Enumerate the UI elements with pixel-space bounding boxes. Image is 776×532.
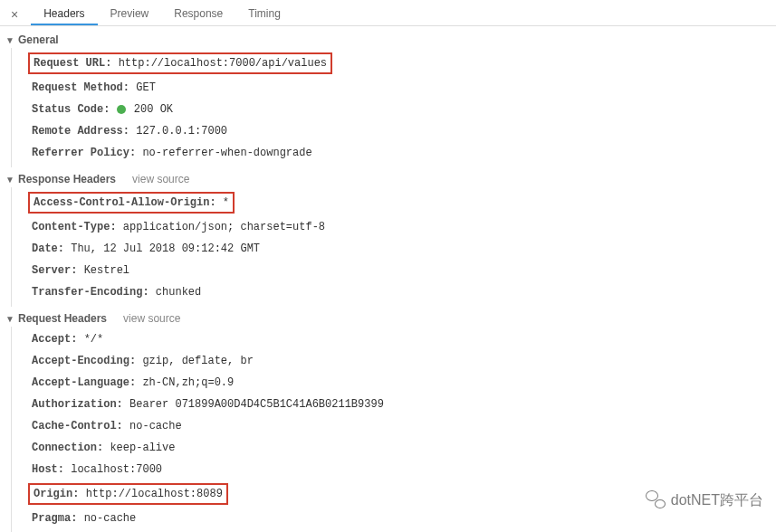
- section-title-general: General: [18, 33, 59, 46]
- watermark-text: dotNET跨平台: [671, 491, 763, 510]
- row-transfer-encoding: Transfer-Encoding: chunked: [30, 281, 776, 303]
- close-icon[interactable]: ×: [5, 5, 24, 24]
- row-connection: Connection: keep-alive: [30, 437, 776, 459]
- chevron-down-icon: ▼: [5, 35, 14, 45]
- cache-control-value: no-cache: [129, 420, 182, 432]
- row-server: Server: Kestrel: [30, 260, 776, 281]
- accept-encoding-label: Accept-Encoding:: [32, 355, 136, 367]
- row-request-url: Request URL: http://localhost:7000/api/v…: [30, 50, 776, 77]
- section-header-request[interactable]: ▼ Request Headers view source: [5, 310, 776, 327]
- section-general: ▼ General Request URL: http://localhost:…: [5, 32, 776, 167]
- acao-value: *: [223, 196, 229, 209]
- request-url-value: http://localhost:7000/api/values: [119, 57, 327, 70]
- referrer-policy-label: Referrer Policy:: [32, 147, 136, 159]
- row-referrer-policy: Referrer Policy: no-referrer-when-downgr…: [30, 142, 776, 164]
- row-acao: Access-Control-Allow-Origin: *: [30, 189, 776, 216]
- row-remote-address: Remote Address: 127.0.0.1:7000: [30, 120, 776, 142]
- accept-language-label: Accept-Language:: [32, 376, 136, 389]
- referrer-policy-value: no-referrer-when-downgrade: [142, 147, 311, 159]
- highlight-request-url: Request URL: http://localhost:7000/api/v…: [28, 52, 332, 74]
- row-accept: Accept: */*: [30, 328, 776, 350]
- section-title-response: Response Headers: [18, 173, 116, 185]
- row-content-type: Content-Type: application/json; charset=…: [30, 216, 776, 238]
- status-dot-icon: [117, 105, 126, 114]
- row-accept-encoding: Accept-Encoding: gzip, deflate, br: [30, 350, 776, 372]
- view-source-link[interactable]: view source: [123, 312, 180, 325]
- content-panel: ▼ General Request URL: http://localhost:…: [0, 26, 776, 532]
- request-method-label: Request Method:: [32, 81, 129, 94]
- origin-label: Origin:: [34, 488, 79, 500]
- origin-value: http://localhost:8089: [86, 488, 223, 500]
- status-code-value: 200 OK: [134, 103, 173, 116]
- cache-control-label: Cache-Control:: [32, 420, 123, 432]
- accept-encoding-value: gzip, deflate, br: [142, 355, 253, 367]
- row-accept-language: Accept-Language: zh-CN,zh;q=0.9: [30, 372, 776, 394]
- accept-value: */*: [84, 333, 104, 346]
- row-date: Date: Thu, 12 Jul 2018 09:12:42 GMT: [30, 238, 776, 260]
- tab-response[interactable]: Response: [161, 4, 235, 25]
- wechat-icon: [646, 490, 666, 510]
- highlight-acao: Access-Control-Allow-Origin: *: [28, 192, 235, 214]
- section-title-request: Request Headers: [18, 312, 107, 325]
- content-type-label: Content-Type:: [32, 221, 117, 233]
- highlight-origin: Origin: http://localhost:8089: [28, 483, 228, 505]
- chevron-down-icon: ▼: [5, 175, 14, 185]
- row-pragma: Pragma: no-cache: [30, 508, 776, 529]
- pragma-value: no-cache: [84, 512, 137, 525]
- row-request-method: Request Method: GET: [30, 77, 776, 99]
- connection-value: keep-alive: [110, 442, 175, 454]
- connection-label: Connection:: [32, 442, 103, 454]
- section-header-response[interactable]: ▼ Response Headers view source: [5, 171, 776, 187]
- request-url-label: Request URL:: [34, 57, 111, 70]
- date-value: Thu, 12 Jul 2018 09:12:42 GMT: [71, 242, 260, 255]
- tab-timing[interactable]: Timing: [235, 4, 293, 25]
- acao-label: Access-Control-Allow-Origin:: [34, 196, 216, 209]
- date-label: Date:: [32, 242, 64, 255]
- host-value: localhost:7000: [71, 463, 162, 476]
- row-authorization: Authorization: Bearer 071899A00D4D4C5B1C…: [30, 394, 776, 415]
- status-code-label: Status Code:: [32, 103, 110, 116]
- tab-preview[interactable]: Preview: [98, 4, 162, 25]
- accept-language-value: zh-CN,zh;q=0.9: [142, 376, 234, 389]
- content-type-value: application/json; charset=utf-8: [123, 221, 325, 233]
- authorization-value: Bearer 071899A00D4D4C5B1C41A6B0211B9399: [129, 398, 384, 411]
- transfer-encoding-value: chunked: [156, 286, 201, 299]
- transfer-encoding-label: Transfer-Encoding:: [32, 286, 149, 299]
- view-source-link[interactable]: view source: [132, 173, 189, 185]
- tabs-bar: × Headers Preview Response Timing: [0, 0, 776, 26]
- row-status-code: Status Code: 200 OK: [30, 99, 776, 120]
- tab-headers[interactable]: Headers: [31, 4, 97, 25]
- chevron-down-icon: ▼: [5, 314, 14, 324]
- server-value: Kestrel: [84, 264, 129, 277]
- row-host: Host: localhost:7000: [30, 459, 776, 480]
- remote-address-label: Remote Address:: [32, 125, 129, 138]
- host-label: Host:: [32, 463, 64, 476]
- request-method-value: GET: [136, 81, 156, 94]
- remote-address-value: 127.0.0.1:7000: [136, 125, 227, 138]
- section-header-general[interactable]: ▼ General: [5, 32, 776, 48]
- section-response-headers: ▼ Response Headers view source Access-Co…: [5, 171, 776, 307]
- accept-label: Accept:: [32, 333, 77, 346]
- row-cache-control: Cache-Control: no-cache: [30, 415, 776, 437]
- authorization-label: Authorization:: [32, 398, 123, 411]
- pragma-label: Pragma:: [32, 512, 77, 525]
- server-label: Server:: [32, 264, 77, 277]
- watermark: dotNET跨平台: [646, 490, 763, 510]
